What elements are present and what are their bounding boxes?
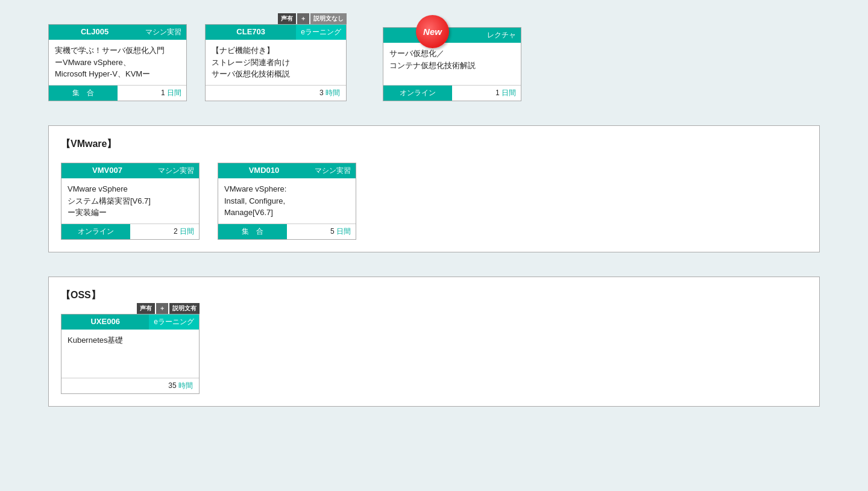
footer-right-vmd010: 5 日間	[287, 224, 356, 239]
footer-right-cle703: 3 時間	[206, 86, 346, 101]
badge-sep-cle703: ＋	[297, 13, 309, 24]
vmd010-wrapper: VMD010 マシン実習 VMware vSphere:Install, Con…	[218, 163, 356, 240]
card-body-vmd010: VMware vSphere:Install, Configure,Manage…	[218, 178, 356, 224]
card-footer-clv020: オンライン 1 日間	[383, 85, 521, 101]
uxe006-wrapper: 声有 ＋ 説明文有 UXE006 eラーニング Kubernetes基礎 35 …	[61, 314, 200, 394]
badge-container-cle703: 声有 ＋ 説明文なし	[278, 13, 347, 24]
card-type-clv020: レクチャ	[482, 28, 521, 43]
card-header-vmd010: VMD010 マシン実習	[218, 163, 356, 178]
card-body-text-cle703: 【ナビ機能付き】ストレージ関連者向けサーバ仮想化技術概説	[212, 46, 290, 78]
card-clv020[interactable]: CLV020 レクチャ サーバ仮想化／コンテナ仮想化技術解説 オンライン 1 日…	[383, 27, 521, 101]
card-uxe006[interactable]: UXE006 eラーニング Kubernetes基礎 35 時間	[61, 314, 200, 394]
footer-left-clj005: 集 合	[49, 86, 118, 101]
vmv007-wrapper: VMV007 マシン実習 VMware vSphereシステム構築実習[V6.7…	[61, 163, 200, 240]
card-code-clj005: CLJ005	[49, 25, 140, 40]
badge-desc-uxe006: 説明文有	[169, 303, 200, 314]
card-header-cle703: CLE703 eラーニング	[206, 25, 346, 40]
card-footer-vmd010: 集 合 5 日間	[218, 224, 356, 239]
footer-right-clv020: 1 日間	[452, 86, 521, 101]
oss-section: 【OSS】 声有 ＋ 説明文有 UXE006 eラーニング Kubernetes…	[48, 277, 820, 407]
badge-audio-uxe006: 声有	[137, 303, 155, 314]
footer-right-uxe006: 35 時間	[61, 378, 199, 393]
card-header-clv020: CLV020 レクチャ	[383, 28, 521, 43]
oss-cards-row: 声有 ＋ 説明文有 UXE006 eラーニング Kubernetes基礎 35 …	[61, 314, 807, 394]
card-body-vmv007: VMware vSphereシステム構築実習[V6.7]ー実装編ー	[61, 178, 199, 224]
top-cards-row: CLJ005 マシン実習 実機で学ぶ！サーバ仮想化入門ーVMware vSphe…	[48, 24, 844, 101]
new-badge-clv020: New	[416, 15, 449, 48]
card-type-vmv007: マシン実習	[153, 163, 199, 178]
clj005-wrapper: CLJ005 マシン実習 実機で学ぶ！サーバ仮想化入門ーVMware vSphe…	[48, 24, 187, 101]
footer-left-vmd010: 集 合	[218, 224, 287, 239]
card-type-clj005: マシン実習	[140, 25, 186, 40]
vmware-cards-row: VMV007 マシン実習 VMware vSphereシステム構築実習[V6.7…	[61, 163, 807, 240]
card-footer-cle703: 3 時間	[206, 85, 346, 101]
card-cle703[interactable]: CLE703 eラーニング 【ナビ機能付き】ストレージ関連者向けサーバ仮想化技術…	[205, 24, 347, 101]
card-vmv007[interactable]: VMV007 マシン実習 VMware vSphereシステム構築実習[V6.7…	[61, 163, 200, 240]
card-footer-clj005: 集 合 1 日間	[49, 85, 186, 101]
card-body-text-vmd010: VMware vSphere:Install, Configure,Manage…	[224, 184, 286, 217]
card-body-text-clv020: サーバ仮想化／コンテナ仮想化技術解説	[389, 49, 476, 70]
card-body-clj005: 実機で学ぶ！サーバ仮想化入門ーVMware vSphere、Microsoft …	[49, 40, 186, 85]
vmware-section: 【VMware】 VMV007 マシン実習 VMware vSphereシステム…	[48, 125, 820, 252]
clv020-wrapper: New CLV020 レクチャ サーバ仮想化／コンテナ仮想化技術解説 オンライン…	[383, 24, 521, 101]
oss-section-title: 【OSS】	[61, 289, 807, 302]
card-clj005[interactable]: CLJ005 マシン実習 実機で学ぶ！サーバ仮想化入門ーVMware vSphe…	[48, 24, 187, 101]
card-body-clv020: サーバ仮想化／コンテナ仮想化技術解説	[383, 43, 521, 85]
footer-right-clj005: 1 日間	[118, 86, 186, 101]
badge-desc-cle703: 説明文なし	[310, 13, 347, 24]
cle703-wrapper: 声有 ＋ 説明文なし CLE703 eラーニング 【ナビ機能付き】ストレージ関連…	[205, 24, 347, 101]
card-vmd010[interactable]: VMD010 マシン実習 VMware vSphere:Install, Con…	[218, 163, 356, 240]
card-type-uxe006: eラーニング	[149, 314, 199, 330]
card-type-vmd010: マシン実習	[310, 163, 356, 178]
badge-sep-uxe006: ＋	[156, 303, 168, 314]
card-body-text-uxe006: Kubernetes基礎	[68, 336, 124, 345]
card-header-clj005: CLJ005 マシン実習	[49, 25, 186, 40]
card-code-vmd010: VMD010	[218, 163, 310, 178]
card-footer-uxe006: 35 時間	[61, 378, 199, 393]
badge-audio-cle703: 声有	[278, 13, 296, 24]
card-header-uxe006: UXE006 eラーニング	[61, 314, 199, 330]
footer-left-vmv007: オンライン	[61, 224, 130, 239]
card-footer-vmv007: オンライン 2 日間	[61, 224, 199, 239]
badge-container-uxe006: 声有 ＋ 説明文有	[137, 303, 200, 314]
card-body-cle703: 【ナビ機能付き】ストレージ関連者向けサーバ仮想化技術概説	[206, 40, 346, 85]
card-header-vmv007: VMV007 マシン実習	[61, 163, 199, 178]
vmware-section-title: 【VMware】	[61, 138, 807, 151]
card-type-cle703: eラーニング	[296, 25, 346, 40]
card-code-vmv007: VMV007	[61, 163, 153, 178]
card-body-text-vmv007: VMware vSphereシステム構築実習[V6.7]ー実装編ー	[68, 184, 151, 217]
card-code-cle703: CLE703	[206, 25, 296, 40]
footer-left-clv020: オンライン	[383, 86, 452, 101]
footer-right-vmv007: 2 日間	[130, 224, 199, 239]
card-code-uxe006: UXE006	[61, 314, 149, 330]
card-body-uxe006: Kubernetes基礎	[61, 330, 199, 378]
card-body-text-clj005: 実機で学ぶ！サーバ仮想化入門ーVMware vSphere、Microsoft …	[55, 46, 165, 78]
